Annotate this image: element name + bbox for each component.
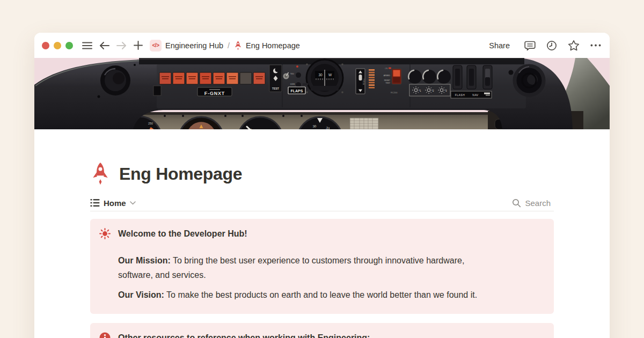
app-window: </> Engineering Hub / Eng Homepage Share: [34, 33, 610, 338]
svg-text:TEST: TEST: [385, 82, 390, 84]
code-chip-icon[interactable]: </>: [150, 40, 162, 52]
breadcrumb-page[interactable]: Eng Homepage: [246, 41, 300, 50]
mission-lead: Our Mission:: [118, 256, 171, 265]
page-body: Eng Homepage Home: [34, 162, 610, 338]
back-button[interactable]: [99, 41, 109, 50]
updates-button[interactable]: [546, 40, 557, 51]
welcome-callout[interactable]: Welcome to the Developer Hub! Our Missio…: [90, 219, 554, 314]
breadcrumb-separator: /: [227, 41, 230, 50]
svg-text:ARMED: ARMED: [384, 75, 391, 77]
forward-button[interactable]: [116, 41, 127, 50]
search-label: Search: [525, 199, 551, 208]
info-icon: [99, 332, 111, 338]
svg-text:FLAPS: FLAPS: [291, 89, 303, 93]
clock-icon: [546, 40, 557, 51]
svg-text:F-GNXT: F-GNXT: [204, 91, 225, 96]
svg-text:LDG: LDG: [290, 83, 295, 85]
vision-text: To make the best products on earth and t…: [164, 290, 477, 299]
resources-callout[interactable]: Other resources to reference when workin…: [90, 323, 554, 338]
sun-icon: [99, 228, 111, 239]
callout-heading: Other resources to reference when workin…: [118, 332, 370, 338]
callout-heading: Welcome to the Developer Hub!: [118, 228, 247, 239]
svg-text:W: W: [328, 73, 332, 77]
breadcrumb: </> Engineering Hub / Eng Homepage: [150, 40, 300, 52]
page-title[interactable]: Eng Homepage: [119, 164, 242, 184]
view-tab-label: Home: [104, 199, 126, 208]
mission-paragraph: Our Mission: To bring the best user expe…: [118, 253, 494, 282]
svg-text:TEST: TEST: [272, 87, 279, 90]
minimize-button[interactable]: [54, 42, 61, 49]
svg-text:TRIM: TRIM: [362, 79, 364, 85]
vision-lead: Our Vision:: [118, 290, 164, 299]
light-switches: FLASH NAV: [451, 65, 492, 98]
svg-text:30: 30: [318, 73, 323, 77]
breadcrumb-workspace[interactable]: Engineering Hub: [165, 41, 223, 50]
svg-text:T/O: T/O: [290, 72, 294, 75]
search-icon: [512, 199, 521, 208]
favorite-button[interactable]: [568, 40, 580, 51]
svg-text:NAV: NAV: [472, 93, 479, 97]
toc-icon: [90, 199, 100, 207]
rocket-icon: [234, 41, 242, 50]
topbar: </> Engineering Hub / Eng Homepage Share: [34, 33, 610, 58]
view-tabs-row: Home Search: [90, 195, 554, 211]
forward-arrow-icon: [116, 41, 127, 50]
svg-text:RESET: RESET: [384, 79, 390, 82]
share-button[interactable]: Share: [489, 41, 510, 50]
chevron-down-icon: [130, 201, 136, 205]
page-rocket-icon[interactable]: [90, 162, 111, 186]
plus-icon: [134, 41, 143, 50]
hamburger-icon: [82, 42, 92, 49]
search-button[interactable]: Search: [512, 199, 554, 208]
svg-text:FLASH: FLASH: [455, 93, 465, 97]
vision-paragraph: Our Vision: To make the best products on…: [118, 288, 494, 302]
svg-text:250: 250: [148, 122, 153, 125]
comment-icon: [524, 40, 536, 51]
test-panel: TEST: [269, 65, 282, 92]
back-arrow-icon: [99, 41, 109, 50]
view-tab-home[interactable]: Home: [90, 199, 136, 208]
mission-text: To bring the best user experience to cus…: [118, 256, 464, 280]
callout-body: Our Mission: To bring the best user expe…: [118, 253, 543, 302]
comments-button[interactable]: [524, 40, 536, 51]
svg-text:ON: ON: [385, 68, 388, 70]
traffic-lights: [42, 42, 73, 49]
zoom-button[interactable]: [65, 42, 73, 49]
more-button[interactable]: [590, 44, 601, 47]
ellipsis-icon: [590, 44, 601, 47]
topbar-actions: Share: [489, 40, 602, 51]
svg-text:RC200: RC200: [391, 91, 398, 94]
close-button[interactable]: [42, 42, 49, 49]
page-header: Eng Homepage: [90, 162, 554, 186]
new-page-button[interactable]: [134, 41, 143, 50]
star-icon: [568, 40, 580, 51]
desktop-canvas: { "topbar": { "breadcrumb": { "workspace…: [0, 0, 644, 338]
page-cover[interactable]: 250 200 9 27 30 33: [34, 58, 610, 129]
sidebar-toggle-button[interactable]: [82, 42, 92, 49]
cockpit-cover-image: 250 200 9 27 30 33: [34, 58, 610, 129]
